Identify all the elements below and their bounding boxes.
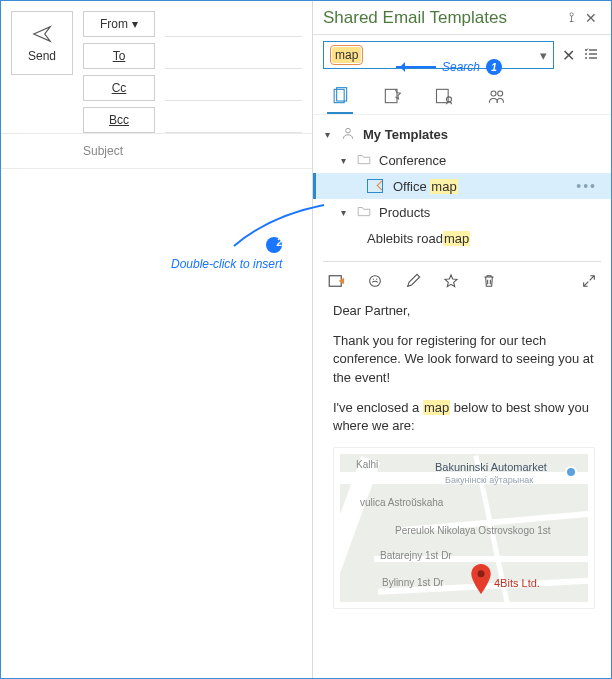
tree-folder-conference[interactable]: ▾ Conference xyxy=(313,147,611,173)
from-label: From xyxy=(100,17,128,31)
arrow-left-icon xyxy=(396,66,436,68)
map-container: Kalhi Bakuninski Automarket Бакунінскі а… xyxy=(333,447,595,609)
map-street-label: Pereulok Nikolaya Ostrovskogo 1st xyxy=(395,524,551,538)
tree-root-label: My Templates xyxy=(363,127,448,142)
copy-icon[interactable] xyxy=(367,273,383,292)
svg-point-7 xyxy=(346,128,351,133)
send-icon xyxy=(31,23,53,45)
annotation-insert: 2 Double-click to insert xyxy=(171,237,282,271)
bcc-label: Bcc xyxy=(109,113,129,127)
panel-title: Shared Email Templates xyxy=(323,8,507,28)
map-pin-icon xyxy=(470,564,492,594)
search-options-icon[interactable] xyxy=(583,46,601,65)
edit-icon[interactable] xyxy=(405,273,421,292)
tab-favorites[interactable] xyxy=(379,80,405,114)
annotation-badge-2: 2 xyxy=(266,237,282,253)
bcc-field[interactable] xyxy=(165,107,302,133)
chevron-down-icon: ▾ xyxy=(132,17,138,31)
tree-folder-label: Conference xyxy=(379,153,446,168)
folder-icon xyxy=(357,153,373,168)
annotation-insert-text: Double-click to insert xyxy=(171,257,282,271)
svg-point-4 xyxy=(447,97,452,102)
map-street-label: Batarejny 1st Dr xyxy=(380,549,452,563)
folder-icon xyxy=(357,205,373,220)
cc-label: Cc xyxy=(112,81,127,95)
clear-search-button[interactable]: ✕ xyxy=(562,46,575,65)
annotation-badge-1: 1 xyxy=(486,59,502,75)
tree-folder-products[interactable]: ▾ Products xyxy=(313,199,611,225)
tree-folder-label: Products xyxy=(379,205,430,220)
cc-button[interactable]: Cc xyxy=(83,75,155,101)
recipient-buttons: From ▾ To Cc Bcc xyxy=(83,11,155,133)
tree-item-label: Ablebits roadmap xyxy=(367,231,470,246)
map-street-label: Bylinny 1st Dr xyxy=(382,576,444,590)
preview-para2: I've enclosed a map below to best show y… xyxy=(333,399,595,435)
to-label: To xyxy=(113,49,126,63)
preview-para1: Thank you for registering for our tech c… xyxy=(333,332,595,387)
annotation-search: Search 1 xyxy=(396,59,502,75)
search-value: map xyxy=(332,47,361,63)
tab-bar xyxy=(313,75,611,115)
close-icon[interactable]: ✕ xyxy=(581,10,601,26)
subject-label: Subject xyxy=(83,144,123,158)
svg-point-5 xyxy=(491,91,496,96)
template-tree: ▾ My Templates ▾ Conference Office map •… xyxy=(313,115,611,255)
subject-row[interactable]: Subject xyxy=(1,134,312,169)
tab-shared[interactable] xyxy=(431,80,457,114)
to-field[interactable] xyxy=(165,43,302,69)
app-window: Send From ▾ To Cc Bcc xyxy=(0,0,612,679)
insert-icon[interactable] xyxy=(327,273,345,292)
bcc-button[interactable]: Bcc xyxy=(83,107,155,133)
recipient-fields xyxy=(165,11,302,133)
to-button[interactable]: To xyxy=(83,43,155,69)
compose-pane: Send From ▾ To Cc Bcc xyxy=(1,1,313,678)
delete-icon[interactable] xyxy=(481,273,497,292)
tree-item-label: Office map xyxy=(393,179,458,194)
pin-icon[interactable]: ⟟ xyxy=(561,9,581,26)
send-label: Send xyxy=(28,49,56,63)
map-image: Kalhi Bakuninski Automarket Бакунінскі а… xyxy=(340,454,588,602)
compose-header: Send From ▾ To Cc Bcc xyxy=(1,1,312,134)
preview-toolbar xyxy=(323,262,601,302)
svg-point-10 xyxy=(477,570,484,577)
expand-icon[interactable] xyxy=(581,273,597,292)
tab-all-templates[interactable] xyxy=(327,80,353,114)
star-icon[interactable] xyxy=(443,273,459,292)
chevron-down-icon: ▾ xyxy=(325,129,335,140)
person-icon xyxy=(341,126,357,143)
map-street-label: vulica Astroŭskaha xyxy=(360,496,443,510)
panel-header: Shared Email Templates ⟟ ✕ xyxy=(313,1,611,35)
tree-item-roadmap[interactable]: Ablebits roadmap xyxy=(313,225,611,251)
from-field[interactable] xyxy=(165,11,302,37)
annotation-search-text: Search xyxy=(442,60,480,74)
from-button[interactable]: From ▾ xyxy=(83,11,155,37)
chevron-down-icon: ▾ xyxy=(341,155,351,166)
svg-rect-2 xyxy=(385,89,397,102)
preview-pane: Dear Partner, Thank you for registering … xyxy=(323,261,601,670)
map-pin-label: 4Bits Ltd. xyxy=(494,576,540,591)
more-icon[interactable]: ••• xyxy=(576,178,597,194)
tree-item-office-map[interactable]: Office map ••• xyxy=(313,173,611,199)
preview-body: Dear Partner, Thank you for registering … xyxy=(323,302,601,670)
preview-greeting: Dear Partner, xyxy=(333,302,595,320)
map-street-label: Kalhi xyxy=(356,458,378,472)
cc-field[interactable] xyxy=(165,75,302,101)
tree-root[interactable]: ▾ My Templates xyxy=(313,121,611,147)
tab-team[interactable] xyxy=(483,80,509,114)
svg-point-6 xyxy=(498,91,503,96)
map-poi-sub: Бакунінскі аўтарынак xyxy=(445,474,533,487)
list-check-icon xyxy=(583,46,599,62)
send-button[interactable]: Send xyxy=(11,11,73,75)
template-select-icon xyxy=(367,179,383,193)
chevron-down-icon: ▾ xyxy=(341,207,351,218)
chevron-down-icon[interactable]: ▾ xyxy=(540,48,547,63)
templates-panel: Shared Email Templates ⟟ ✕ map ▾ ✕ xyxy=(313,1,611,678)
